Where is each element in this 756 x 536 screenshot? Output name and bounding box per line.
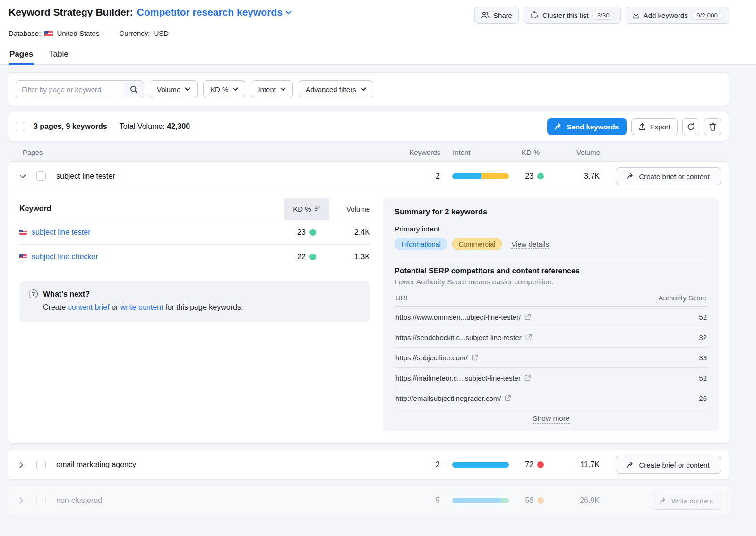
search-icon <box>130 85 138 94</box>
url-row: http://emailsubjectlinegrader.com/ 26 <box>395 388 708 408</box>
col-kd: KD % <box>522 148 552 156</box>
database-label: Database: <box>9 29 41 37</box>
row-checkbox[interactable] <box>36 460 46 469</box>
external-link-icon[interactable] <box>505 395 511 401</box>
search-input[interactable] <box>16 81 124 98</box>
url-row: https://mailmeteor.c... subject-line-tes… <box>395 368 708 388</box>
col-url: URL <box>395 294 410 302</box>
add-keywords-button[interactable]: Add keywords 9/2,000 <box>626 7 729 24</box>
view-tabs: Pages Table <box>0 47 756 65</box>
url-text: http://emailsubjectlinegrader.com/ <box>395 394 501 402</box>
col-keyword: Keyword <box>19 204 284 213</box>
tab-table[interactable]: Table <box>48 47 69 64</box>
url-text: https://sendcheckit.c...subject-line-tes… <box>395 333 522 341</box>
expand-chevron-icon[interactable] <box>19 461 27 468</box>
kd-dot <box>537 497 544 504</box>
row-checkbox[interactable] <box>36 496 46 505</box>
chevron-down-icon <box>361 87 366 91</box>
cluster-list-button[interactable]: Cluster this list 3/30 <box>524 7 621 24</box>
whats-next-box: ? What’s next? Create content brief or w… <box>19 281 370 322</box>
cluster-count-badge: 3/30 <box>592 11 614 20</box>
url-table-header: URL Authority Score <box>395 294 708 307</box>
page-card-email-marketing-agency: email marketing agency 2 72 11.7K Create… <box>8 450 729 480</box>
keyword-link[interactable]: subject line checker <box>19 253 284 261</box>
export-button[interactable]: Export <box>631 118 678 135</box>
table-row: subject line tester 2 23 3.7K Create bri… <box>8 162 729 191</box>
keywords-count: 5 <box>402 496 440 505</box>
url-text: https://subjectline.com/ <box>395 354 468 362</box>
search-button[interactable] <box>124 81 144 98</box>
filter-kd[interactable]: KD % <box>203 80 245 98</box>
database-value: United States <box>57 29 99 37</box>
show-more-link[interactable]: Show more <box>533 414 569 424</box>
expand-chevron-icon[interactable] <box>19 497 27 504</box>
col-kd-sort[interactable]: KD % <box>284 198 329 220</box>
serp-title: Potential SERP competitors and content r… <box>395 267 708 275</box>
volume-value: 3.7K <box>551 172 601 180</box>
delete-button[interactable] <box>704 118 721 135</box>
keyword-row: subject line tester 23 2.4K <box>19 220 370 244</box>
page-title: Keyword Strategy Builder: <box>9 7 133 18</box>
view-details-link[interactable]: View details <box>511 240 549 249</box>
filter-volume[interactable]: Volume <box>150 80 198 98</box>
refresh-icon <box>687 123 695 131</box>
chevron-down-icon <box>185 87 190 91</box>
share-button[interactable]: Share <box>474 7 519 24</box>
list-name-dropdown[interactable]: Competitor research keywords <box>137 7 292 18</box>
intent-badge-informational: Informational <box>395 238 447 250</box>
currency-label: Currency: <box>119 29 150 37</box>
share-users-icon <box>481 11 490 19</box>
create-brief-button[interactable]: Create brief or content <box>616 456 721 474</box>
us-flag-icon <box>19 230 27 235</box>
tab-pages[interactable]: Pages <box>9 47 34 64</box>
url-text: https://mailmeteor.c... subject-line-tes… <box>395 374 521 382</box>
kd-dot <box>309 229 316 236</box>
kd-cell: 22 <box>284 253 329 261</box>
write-content-link[interactable]: write content <box>120 303 163 311</box>
summary-panel: Summary for 2 keywords Primary intent In… <box>383 198 719 431</box>
col-keywords: Keywords <box>403 148 440 156</box>
page-card-non-clustered: non-clustered 5 56 26.9K Write content <box>8 485 729 516</box>
refresh-button[interactable] <box>682 118 699 135</box>
table-row: email marketing agency 2 72 11.7K Create… <box>8 450 729 479</box>
filter-intent[interactable]: Intent <box>251 80 293 98</box>
page-name: email marketing agency <box>56 460 402 469</box>
col-intent: Intent <box>453 148 509 156</box>
kd-cell: 56 <box>521 496 551 505</box>
select-all-checkbox[interactable] <box>16 122 25 131</box>
content-brief-link[interactable]: content brief <box>68 303 109 311</box>
add-keywords-label: Add keywords <box>644 11 688 19</box>
external-link-icon[interactable] <box>472 354 478 361</box>
export-icon <box>638 123 646 130</box>
question-icon: ? <box>29 289 38 298</box>
url-text: https://www.omnisen...ubject-line-tester… <box>395 313 521 321</box>
page-name: subject line tester <box>56 172 402 180</box>
collapse-chevron-icon[interactable] <box>19 174 27 179</box>
chevron-down-icon <box>280 87 286 91</box>
col-volume: Volume <box>552 148 602 156</box>
kd-dot <box>309 254 316 260</box>
keywords-count: 2 <box>402 460 440 469</box>
intent-bar <box>452 498 509 503</box>
currency-value: USD <box>154 29 169 37</box>
keyword-table: Keyword KD % Volume subject line tester … <box>19 198 370 431</box>
send-keywords-button[interactable]: Send keywords <box>547 118 627 135</box>
total-volume: Total Volume: 42,300 <box>120 122 190 131</box>
col-pages: Pages <box>23 148 403 156</box>
chevron-down-icon <box>232 87 238 91</box>
external-link-icon[interactable] <box>524 314 531 320</box>
keywords-count: 2 <box>402 172 440 180</box>
create-brief-button[interactable]: Create brief or content <box>616 167 721 185</box>
whats-next-text: Create content brief or write content fo… <box>29 303 361 312</box>
us-flag-icon <box>19 254 27 259</box>
external-link-icon[interactable] <box>524 374 531 381</box>
share-label: Share <box>493 11 512 19</box>
filter-advanced[interactable]: Advanced filters <box>299 80 373 98</box>
url-row: https://www.omnisen...ubject-line-tester… <box>395 307 708 327</box>
kd-cell: 23 <box>284 228 329 237</box>
import-icon <box>632 11 640 19</box>
write-content-button[interactable]: Write content <box>652 492 721 510</box>
external-link-icon[interactable] <box>525 334 532 340</box>
keyword-link[interactable]: subject line tester <box>19 228 284 237</box>
row-checkbox[interactable] <box>36 171 46 181</box>
